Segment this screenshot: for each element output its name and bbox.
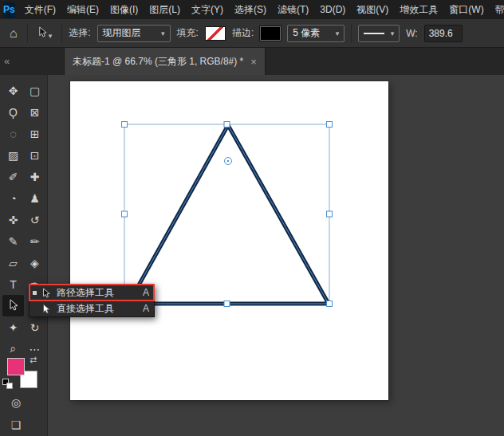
triangle-shape[interactable] bbox=[128, 125, 329, 304]
gradient-tool[interactable]: ▨ bbox=[2, 144, 24, 166]
quick-mask-icon: ◎ bbox=[11, 396, 21, 409]
document-tab-title: 未标题-1 @ 66.7% (三角形 1, RGB/8#) * bbox=[73, 55, 243, 69]
menu-file[interactable]: 文件(F) bbox=[19, 0, 61, 19]
divider bbox=[61, 24, 62, 43]
eyedropper-tool[interactable]: ✐ bbox=[2, 166, 24, 187]
transform-handles bbox=[122, 122, 333, 307]
select-mode-dropdown[interactable]: 现用图层 ▾ bbox=[97, 25, 171, 42]
transform-handle[interactable] bbox=[122, 122, 128, 128]
type-tool[interactable]: T bbox=[2, 273, 24, 295]
paint-bucket-tool[interactable]: ◈ bbox=[24, 252, 45, 273]
menu-3d[interactable]: 3D(D) bbox=[314, 0, 351, 19]
quick-mask-button[interactable]: ◎ bbox=[6, 393, 26, 412]
foreground-color-swatch[interactable] bbox=[7, 358, 25, 375]
collapse-tools-button[interactable]: « bbox=[4, 55, 10, 67]
rectangular-marquee-tool[interactable]: ▢ bbox=[24, 80, 45, 101]
tool-flyout-menu: 路径选择工具 A 直接选择工具 A bbox=[29, 284, 155, 317]
paint-bucket-icon: ◈ bbox=[30, 257, 39, 269]
stroke-type-dropdown[interactable]: ▾ bbox=[358, 25, 400, 42]
path-selection-tool[interactable] bbox=[2, 295, 24, 316]
transform-handle[interactable] bbox=[224, 301, 230, 307]
crop-tool[interactable]: ⊞ bbox=[24, 123, 45, 144]
object-selection-tool[interactable]: ⊠ bbox=[24, 101, 45, 123]
eraser-tool[interactable]: ▱ bbox=[2, 252, 24, 273]
direct-selection-cursor-icon bbox=[41, 304, 52, 314]
transform-handle[interactable] bbox=[327, 301, 333, 307]
quick-selection-icon: ◌ bbox=[10, 128, 16, 140]
transform-reference-point bbox=[225, 158, 232, 165]
history-brush-tool[interactable]: ↺ bbox=[24, 209, 45, 230]
document-tab-bar: « 未标题-1 @ 66.7% (三角形 1, RGB/8#) * × bbox=[0, 48, 504, 75]
move-tool[interactable]: ✥ bbox=[2, 80, 24, 101]
menu-plugins[interactable]: 增效工具 bbox=[394, 0, 443, 19]
options-bar: ⌂ ▾ 选择: 现用图层 ▾ 填充: 描边: 5 像素 ▾ ▾ W: 389.6 bbox=[0, 19, 504, 48]
divider bbox=[351, 24, 352, 43]
menu-window[interactable]: 窗口(W) bbox=[443, 0, 489, 19]
document-tab[interactable]: 未标题-1 @ 66.7% (三角形 1, RGB/8#) * × bbox=[64, 48, 266, 75]
clone-stamp-tool[interactable]: ♟ bbox=[24, 187, 45, 209]
quick-selection-tool[interactable]: ◌ bbox=[2, 123, 24, 144]
brush-tool[interactable]: ✎ bbox=[2, 230, 24, 252]
stroke-swatch[interactable] bbox=[260, 26, 281, 41]
menu-type[interactable]: 文字(Y) bbox=[186, 0, 229, 19]
caret-down-icon: ▾ bbox=[161, 29, 165, 37]
object-selection-icon: ⊠ bbox=[30, 106, 40, 119]
flyout-item-label: 直接选择工具 bbox=[57, 302, 138, 316]
patch-tool[interactable]: ✜ bbox=[2, 209, 24, 230]
current-tool-cursor-icon bbox=[37, 26, 47, 40]
menu-edit[interactable]: 编辑(E) bbox=[61, 0, 104, 19]
transform-handle[interactable] bbox=[224, 122, 230, 128]
tab-close-icon[interactable]: × bbox=[250, 56, 257, 68]
menu-help[interactable]: 帮助(H) bbox=[490, 0, 504, 19]
menu-layer[interactable]: 图层(L) bbox=[144, 0, 186, 19]
home-icon[interactable]: ⌂ bbox=[6, 26, 21, 41]
menu-filter[interactable]: 滤镜(T) bbox=[272, 0, 314, 19]
blur-icon: ◔ bbox=[10, 192, 16, 205]
pencil-tool[interactable]: ✏ bbox=[24, 230, 45, 252]
flyout-item-direct-selection[interactable]: 直接选择工具 A bbox=[30, 300, 154, 316]
eraser-icon: ▱ bbox=[9, 257, 18, 269]
shape-width-field[interactable]: 389.6 bbox=[424, 25, 463, 42]
transform-handle[interactable] bbox=[327, 122, 333, 128]
caret-down-icon: ▾ bbox=[49, 32, 53, 40]
stroke-type-line-icon bbox=[364, 33, 384, 34]
current-tool-marker bbox=[33, 307, 37, 311]
default-colors-icon[interactable] bbox=[6, 383, 13, 389]
menu-image[interactable]: 图像(I) bbox=[104, 0, 144, 19]
menu-select[interactable]: 选择(S) bbox=[229, 0, 272, 19]
transform-handle[interactable] bbox=[122, 211, 128, 217]
flyout-item-path-selection[interactable]: 路径选择工具 A bbox=[30, 285, 154, 300]
shape-path-outline bbox=[128, 125, 329, 304]
tools-panel: ✥ ▢ Ϙ ⊠ ◌ ⊞ ▨ ⊡ ✐ ✚ ◔ ♟ ✜ ↺ ✎ ✏ ▱ ◈ T ✒ bbox=[0, 75, 48, 436]
flyout-item-shortcut: A bbox=[143, 287, 149, 298]
caret-down-icon: ▾ bbox=[391, 29, 395, 37]
crop-icon: ⊞ bbox=[30, 128, 40, 140]
fill-swatch[interactable] bbox=[205, 26, 226, 41]
select-mode-value: 现用图层 bbox=[103, 26, 141, 40]
document-canvas[interactable] bbox=[70, 81, 388, 400]
spot-healing-brush-tool[interactable]: ✚ bbox=[24, 166, 45, 187]
switch-colors-icon[interactable]: ⇄ bbox=[30, 355, 37, 365]
lasso-tool[interactable]: Ϙ bbox=[2, 101, 24, 123]
rotate-view-tool[interactable]: ↻ bbox=[24, 316, 45, 338]
transform-handle[interactable] bbox=[327, 211, 333, 217]
gradient-icon: ▨ bbox=[8, 149, 18, 162]
clone-stamp-icon: ♟ bbox=[30, 192, 40, 205]
shape-width-value: 389.6 bbox=[429, 28, 453, 39]
frame-icon: ⊡ bbox=[30, 149, 40, 162]
divider bbox=[27, 24, 28, 43]
caret-down-icon: ▾ bbox=[336, 29, 340, 37]
screen-mode-button[interactable]: ❏ bbox=[6, 415, 26, 434]
history-brush-icon: ↺ bbox=[30, 214, 40, 226]
frame-tool[interactable]: ⊡ bbox=[24, 144, 45, 166]
eyedropper-icon: ✐ bbox=[9, 171, 18, 183]
custom-shape-tool[interactable]: ✦ bbox=[2, 316, 24, 338]
zoom-icon: ⌕ bbox=[10, 342, 17, 355]
blur-tool[interactable]: ◔ bbox=[2, 187, 24, 209]
brush-icon: ✎ bbox=[9, 235, 18, 248]
tool-preset-button[interactable]: ▾ bbox=[34, 25, 56, 41]
more-icon: ⋯ bbox=[30, 343, 41, 355]
stroke-width-dropdown[interactable]: 5 像素 ▾ bbox=[287, 25, 345, 42]
healing-icon: ✚ bbox=[30, 171, 40, 183]
menu-view[interactable]: 视图(V) bbox=[351, 0, 394, 19]
